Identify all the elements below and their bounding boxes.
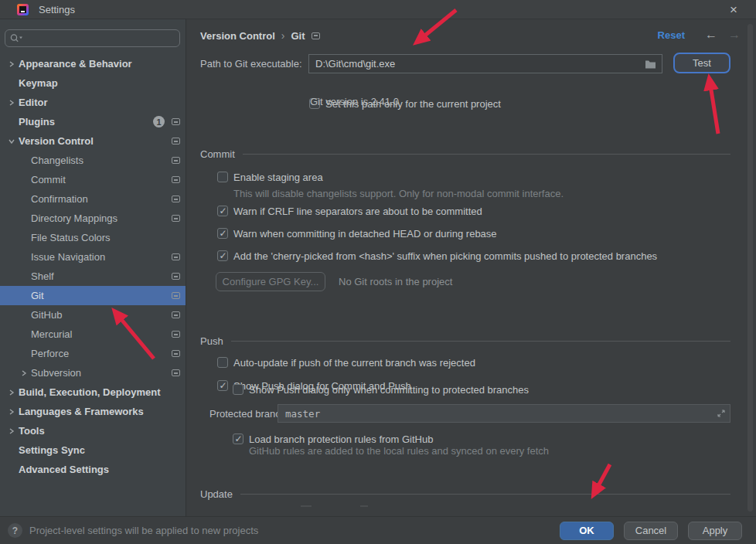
update-section-header: Update: [200, 488, 730, 500]
sidebar-item-perforce[interactable]: Perforce: [0, 344, 186, 363]
load-branch-rules-row[interactable]: Load branch protection rules from GitHub: [233, 433, 433, 445]
sidebar-item-keymap[interactable]: Keymap: [0, 73, 186, 93]
staging-helper-text: This will disable changelists support. O…: [233, 166, 580, 201]
settings-dialog: Settings × Appearance & Behavior Keymap …: [0, 0, 756, 544]
chevron-right-icon[interactable]: [7, 98, 16, 107]
chevron-down-icon[interactable]: [7, 137, 16, 146]
search-icon: [10, 33, 23, 43]
forward-arrow-icon: →: [728, 29, 741, 41]
sidebar-item-confirmation[interactable]: Confirmation: [0, 189, 186, 209]
sidebar-item-git[interactable]: Git: [0, 286, 186, 305]
screen-settings-icon: [172, 253, 180, 260]
screen-settings-icon: [312, 32, 320, 39]
sidebar-item-version-control[interactable]: Version Control: [0, 131, 186, 151]
checkbox[interactable]: [217, 380, 228, 391]
screen-settings-icon: [172, 176, 180, 183]
auto-update-push-row[interactable]: Auto-update if push of the current branc…: [217, 356, 475, 369]
checkbox[interactable]: [233, 384, 243, 395]
clipped-content: [360, 505, 368, 507]
protected-branches-input[interactable]: [278, 408, 717, 420]
chevron-right-icon[interactable]: [7, 60, 16, 69]
test-button[interactable]: Test: [673, 53, 730, 73]
divider: [240, 494, 730, 495]
screen-settings-icon: [172, 311, 180, 318]
git-settings-panel: Version Control › Git Reset ← → Path to …: [186, 19, 756, 516]
checkbox[interactable]: [217, 250, 228, 261]
settings-tree: Appearance & Behavior Keymap Editor Plug…: [0, 54, 186, 479]
dialog-footer: ? Project-level settings will be applied…: [0, 516, 756, 544]
screen-settings-icon: [172, 138, 180, 144]
sidebar-item-advanced-settings[interactable]: Advanced Settings: [0, 460, 186, 479]
title-bar: Settings ×: [0, 0, 756, 19]
cherry-picked-suffix-row[interactable]: Add the 'cherry-picked from <hash>' suff…: [217, 250, 657, 262]
screen-settings-icon: [172, 196, 180, 202]
settings-sidebar: Appearance & Behavior Keymap Editor Plug…: [0, 19, 186, 516]
sidebar-item-languages-frameworks[interactable]: Languages & Frameworks: [0, 402, 186, 421]
footer-hint-text: Project-level settings will be applied t…: [29, 525, 258, 536]
window-title: Settings: [39, 4, 75, 15]
breadcrumb: Version Control › Git: [200, 28, 320, 43]
checkbox[interactable]: [217, 228, 228, 239]
reset-link[interactable]: Reset: [658, 29, 685, 41]
divider: [231, 341, 730, 342]
warn-detached-head-row[interactable]: Warn when committing in detached HEAD or…: [217, 227, 497, 240]
sidebar-item-shelf[interactable]: Shelf: [0, 267, 186, 286]
screen-settings-icon: [172, 118, 180, 125]
push-section-header: Push: [200, 335, 730, 347]
chevron-right-icon[interactable]: [7, 427, 16, 436]
apply-button[interactable]: Apply: [688, 522, 742, 540]
back-arrow-icon[interactable]: ←: [705, 29, 717, 41]
sidebar-item-subversion[interactable]: Subversion: [0, 363, 186, 382]
chevron-right-icon[interactable]: [7, 407, 16, 416]
sidebar-item-editor[interactable]: Editor: [0, 93, 186, 112]
chevron-right-icon[interactable]: [7, 388, 16, 397]
git-version-text: Git version is 2.41.0: [310, 96, 399, 107]
screen-settings-icon: [172, 331, 180, 338]
sidebar-item-settings-sync[interactable]: Settings Sync: [0, 440, 186, 460]
help-icon[interactable]: ?: [8, 523, 22, 538]
close-icon[interactable]: ×: [730, 3, 737, 16]
git-path-field[interactable]: [308, 54, 662, 73]
intellij-logo-icon: [17, 4, 29, 15]
checkbox[interactable]: [233, 434, 243, 444]
sidebar-item-tools[interactable]: Tools: [0, 421, 186, 440]
screen-settings-icon: [172, 215, 180, 222]
search-input[interactable]: [23, 32, 175, 44]
sidebar-item-issue-navigation[interactable]: Issue Navigation: [0, 247, 186, 267]
breadcrumb-version-control[interactable]: Version Control: [200, 30, 275, 42]
checkbox[interactable]: [217, 357, 228, 368]
breadcrumb-separator: ›: [281, 29, 285, 42]
git-path-input[interactable]: [309, 58, 645, 70]
divider: [243, 154, 730, 155]
checkbox[interactable]: [217, 172, 228, 182]
sidebar-item-directory-mappings[interactable]: Directory Mappings: [0, 209, 186, 228]
scrollbar[interactable]: [747, 24, 753, 512]
sidebar-item-mercurial[interactable]: Mercurial: [0, 325, 186, 344]
protected-branches-field[interactable]: [278, 404, 730, 423]
sidebar-item-plugins[interactable]: Plugins 1: [0, 112, 186, 131]
screen-settings-icon: [172, 157, 180, 164]
expand-icon[interactable]: [717, 410, 725, 417]
chevron-right-icon[interactable]: [19, 369, 29, 378]
sidebar-item-github[interactable]: GitHub: [0, 305, 186, 325]
cancel-button[interactable]: Cancel: [624, 522, 678, 540]
push-dialog-protected-only-row[interactable]: Show Push dialog only when committing to…: [233, 383, 529, 396]
settings-search-box[interactable]: [5, 29, 180, 47]
clipped-content: [301, 505, 312, 507]
sidebar-item-changelists[interactable]: Changelists: [0, 151, 186, 170]
sidebar-item-build-execution-deployment[interactable]: Build, Execution, Deployment: [0, 382, 186, 402]
ok-button[interactable]: OK: [560, 522, 614, 540]
github-rules-helper-text: GitHub rules are added to the local rule…: [249, 444, 549, 458]
checkbox[interactable]: [217, 206, 228, 216]
breadcrumb-git: Git: [291, 30, 305, 42]
sidebar-item-appearance-behavior[interactable]: Appearance & Behavior: [0, 54, 186, 73]
screen-settings-icon: [172, 350, 180, 357]
screen-settings-icon: [172, 369, 180, 376]
sidebar-item-file-status-colors[interactable]: File Status Colors: [0, 228, 186, 247]
configure-gpg-key-button[interactable]: Configure GPG Key...: [216, 272, 325, 291]
git-path-label: Path to Git executable:: [200, 54, 302, 73]
screen-settings-icon: [172, 273, 180, 280]
sidebar-item-commit[interactable]: Commit: [0, 170, 186, 189]
folder-icon[interactable]: [645, 60, 656, 69]
warn-crlf-row[interactable]: Warn if CRLF line separators are about t…: [217, 205, 482, 217]
